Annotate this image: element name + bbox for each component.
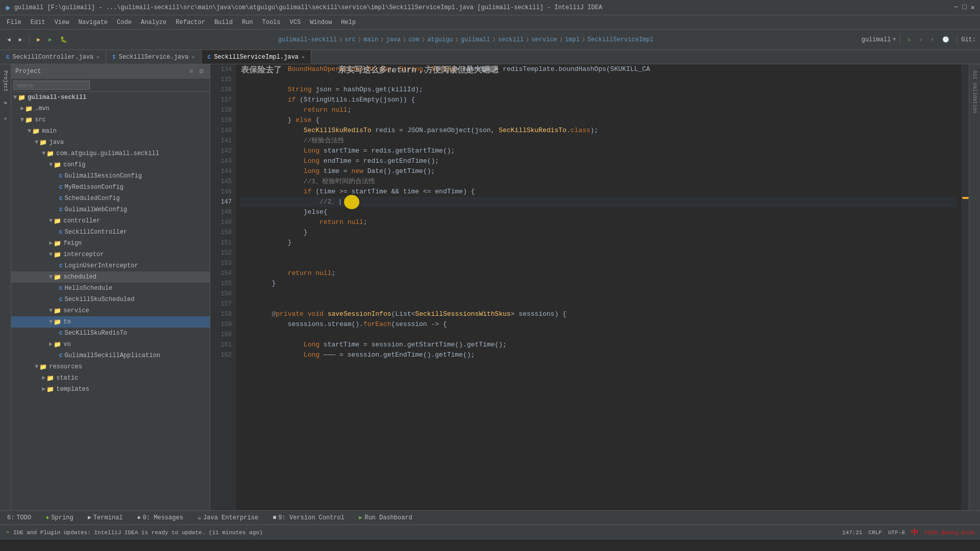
code-line-137[interactable]: if (StringUtils.isEmpty(json)) { — [240, 95, 957, 105]
profile-selector[interactable]: gulimall ▼ — [862, 36, 896, 43]
tab-close-seckillcontroller[interactable]: ✕ — [96, 54, 100, 60]
code-line-138[interactable]: return null; — [240, 105, 957, 115]
code-line-153[interactable] — [240, 258, 957, 268]
toolbar-forward[interactable]: ▶ — [16, 34, 26, 45]
code-line-136[interactable]: String json = hashOps.get(killId); — [240, 85, 957, 95]
tree-item-gulimallwebconfig[interactable]: C GulimallWebConfig — [11, 204, 210, 215]
code-line-145[interactable]: //1、校验时间的合法性 — [240, 177, 957, 187]
tree-item-interceptor[interactable]: ▼ 📁 interceptor — [11, 249, 210, 260]
tree-item-src[interactable]: ▼ 📁 src — [11, 114, 210, 126]
menu-tools[interactable]: Tools — [258, 17, 285, 28]
nav-main[interactable]: main — [363, 36, 378, 43]
nav-java[interactable]: java — [386, 36, 401, 43]
code-line-144[interactable]: long time = new Date().getTime(); — [240, 166, 957, 177]
collapse-all-btn[interactable]: ≡ — [187, 66, 195, 77]
tree-item-mvn[interactable]: ► 📁 .mvn — [11, 103, 210, 114]
menu-vcs[interactable]: VCS — [286, 17, 305, 28]
code-line-161[interactable]: Long startTime = sesssion.getStartTime()… — [240, 340, 957, 350]
code-line-159[interactable]: sesssions.stream().forEach(sesssion -> { — [240, 319, 957, 330]
menu-help[interactable]: Help — [337, 17, 360, 28]
menu-window[interactable]: Window — [306, 17, 336, 28]
nav-com[interactable]: com — [408, 36, 420, 43]
line-ending[interactable]: CRLF — [869, 530, 882, 536]
code-line-135[interactable] — [240, 74, 957, 85]
menu-edit[interactable]: Edit — [27, 17, 50, 28]
tree-item-scheduledconfig[interactable]: C ScheduledConfig — [11, 193, 210, 204]
nav-seckillserviceimpl[interactable]: SeckillServiceImpl — [587, 36, 654, 43]
tree-item-main[interactable]: ▼ 📁 main — [11, 126, 210, 137]
toolbar-history[interactable]: 🕑 — [939, 34, 952, 45]
code-line-150[interactable]: } — [240, 228, 957, 238]
minimize-button[interactable]: − — [954, 3, 958, 12]
menu-run[interactable]: Run — [238, 17, 257, 28]
tree-item-config[interactable]: ▼ 📁 config — [11, 159, 210, 170]
tree-item-myredissonconfig[interactable]: C MyRedissonConfig — [11, 182, 210, 193]
code-line-160[interactable] — [240, 330, 957, 340]
tab-close-seckillservice[interactable]: ✕ — [192, 54, 195, 60]
tab-seckillservice[interactable]: I SeckillService.java ✕ — [106, 50, 201, 64]
toolbar-debug[interactable]: 🐛 — [57, 34, 70, 45]
menu-navigate[interactable]: Navigate — [74, 17, 112, 28]
nav-atguigu[interactable]: atguigu — [427, 36, 453, 43]
bottom-tool-todo[interactable]: 6: TODO — [4, 513, 34, 522]
code-line-141[interactable]: //校验合法性 — [240, 136, 957, 146]
code-line-149[interactable]: return null; — [240, 217, 957, 228]
nav-service[interactable]: service — [531, 36, 557, 43]
tree-item-gulimall-seckill[interactable]: ▼ 📁 gulimall-seckill — [11, 92, 210, 103]
menu-file[interactable]: File — [3, 17, 26, 28]
toolbar-vcs-update[interactable]: ↻ — [904, 34, 914, 45]
code-content[interactable]: 亲实写这么多return，方便阅读但是大嗯嗯 表保险去了 BoundHashOp… — [236, 64, 961, 510]
settings-btn[interactable]: ⚙ — [198, 66, 206, 77]
tree-item-seckillskuredisto[interactable]: C SecKillSkuRedisTo — [11, 328, 210, 339]
tree-item-service[interactable]: ▼ 📁 service — [11, 305, 210, 316]
code-line-142[interactable]: Long startTime = redis.getStartTime(); — [240, 146, 957, 156]
code-line-148[interactable]: }else{ — [240, 207, 957, 217]
code-line-143[interactable]: Long endTime = redis.getEndTime(); — [240, 156, 957, 166]
menu-build[interactable]: Build — [210, 17, 237, 28]
code-line-155[interactable]: } — [240, 279, 957, 289]
tree-item-static[interactable]: ► 📁 static — [11, 372, 210, 384]
nav-src[interactable]: src — [345, 36, 356, 43]
tree-item-helloschedule[interactable]: C HelloSchedule — [11, 283, 210, 294]
project-panel-icon[interactable]: Project — [2, 68, 9, 94]
tab-seckillserviceimpl[interactable]: C SeckillServiceImpl.java ✕ — [202, 50, 311, 64]
cursor-position[interactable]: 147:21 — [842, 530, 863, 536]
bottom-tool-java-enterprise[interactable]: ☕ Java Enterprise — [194, 513, 261, 522]
bottom-tool-spring[interactable]: ♦ Spring — [42, 513, 76, 522]
close-button[interactable]: ✕ — [971, 3, 975, 12]
tree-item-resources[interactable]: ▼ 📁 resources — [11, 361, 210, 372]
encoding[interactable]: UTF-8 — [888, 530, 905, 536]
toolbar-run[interactable]: ▶ — [45, 34, 55, 45]
maximize-button[interactable]: □ — [962, 3, 966, 12]
bottom-tool-messages[interactable]: ● 0: Messages — [134, 513, 186, 522]
code-line-147[interactable]: //2、| — [240, 197, 957, 207]
git-validation-icon[interactable]: Git Validation — [971, 68, 978, 115]
nav-impl[interactable]: impl — [565, 36, 580, 43]
bottom-tool-run-dashboard[interactable]: ▶ Run Dashboard — [356, 513, 415, 522]
code-line-162[interactable]: Long ——— = sesssion.getEndTime().getTime… — [240, 350, 957, 360]
toolbar-back[interactable]: ◀ — [4, 34, 14, 45]
tree-item-feign[interactable]: ► 📁 feign — [11, 238, 210, 249]
nav-project[interactable]: gulimall-seckill — [278, 36, 337, 43]
tree-item-seckillcontroller[interactable]: C SeckillController — [11, 227, 210, 238]
tree-item-vo[interactable]: ► 📁 vo — [11, 339, 210, 350]
code-line-152[interactable] — [240, 248, 957, 258]
toolbar-commit[interactable]: ✓ — [916, 34, 926, 45]
menu-view[interactable]: View — [51, 17, 74, 28]
tree-item-scheduled[interactable]: ▼ 📁 scheduled — [11, 271, 210, 283]
code-line-139[interactable]: } else { — [240, 115, 957, 126]
bottom-tool-version-control[interactable]: ■ 9: Version Control — [270, 513, 348, 522]
tree-item-to[interactable]: ▼ 📁 to — [11, 316, 210, 328]
nav-seckill[interactable]: seckill — [498, 36, 523, 43]
tab-close-seckillserviceimpl[interactable]: ✕ — [302, 54, 305, 60]
bookmarks-icon[interactable]: ⚑ — [1, 98, 10, 109]
tree-item-gulimallseckillapplication[interactable]: C GulimallSeckillApplication — [11, 350, 210, 361]
tree-item-java[interactable]: ▼ 📁 java — [11, 137, 210, 148]
code-line-158[interactable]: @private void saveSessionInfos(List<Seck… — [240, 309, 957, 319]
sidebar-search-input[interactable] — [13, 81, 90, 90]
code-line-134[interactable]: BoundHashOperations<String, String, Stri… — [240, 64, 957, 74]
code-line-157[interactable] — [240, 299, 957, 309]
code-line-151[interactable]: } — [240, 238, 957, 248]
toolbar-push[interactable]: ↑ — [928, 35, 938, 45]
tree-item-loginuserinterceptor[interactable]: C LoginUserInterceptor — [11, 260, 210, 271]
